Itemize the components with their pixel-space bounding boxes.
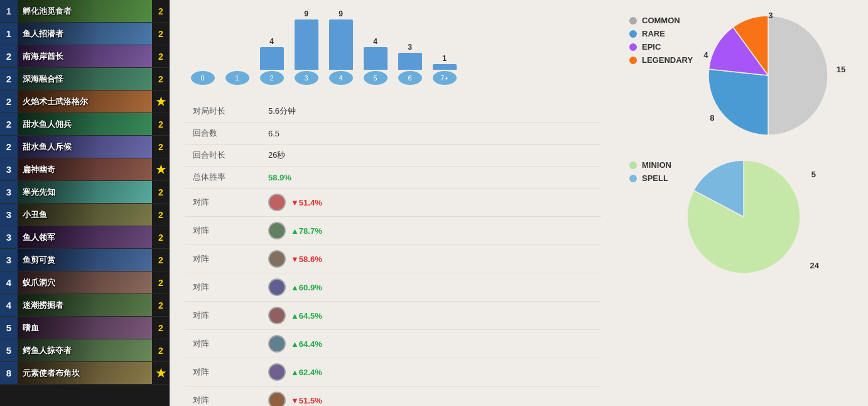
card-name: 迷潮捞掘者 xyxy=(23,300,63,311)
stat-row: 对阵▲64.4% xyxy=(185,330,601,358)
bar-label: 6 xyxy=(398,71,422,85)
card-item-7[interactable]: 3扁神幽奇★ xyxy=(0,158,170,181)
card-name: 蚁爪洞穴 xyxy=(23,277,55,288)
middle-panel: 01429394453617+ 对局时长5.6分钟回合数6.5回合时长26秒总体… xyxy=(170,0,617,406)
bar-rect xyxy=(295,19,318,70)
stat-value: ▲64.5% xyxy=(261,302,601,329)
card-name: 甜水鱼人斥候 xyxy=(23,141,72,153)
stat-value-text: 26秒 xyxy=(268,150,285,160)
card-image-bg: 火焰术士武洛格尔 xyxy=(18,91,152,113)
stat-value: ▼58.6% xyxy=(261,245,601,273)
legend-item: RARE xyxy=(629,29,693,38)
rarity-pie-svg xyxy=(702,9,834,141)
card-cost: 3 xyxy=(0,204,18,226)
bar-group: 42 xyxy=(254,37,289,85)
bar-label: 3 xyxy=(295,71,318,85)
stat-value-text: 6.5 xyxy=(268,129,279,138)
opponent-icon xyxy=(268,335,286,353)
card-name: 嗜血 xyxy=(23,322,39,334)
bar-group: 36 xyxy=(393,43,427,85)
card-item-15[interactable]: 5鳄鱼人掠夺者2 xyxy=(0,339,170,362)
legend-dot xyxy=(629,30,637,38)
stat-label: 回合数 xyxy=(185,123,261,145)
card-count: 2 xyxy=(152,317,170,339)
type-label-24: 24 xyxy=(810,261,818,270)
card-image-bg: 蚁爪洞穴 xyxy=(18,272,152,294)
matchup-winrate: ▲78.7% xyxy=(291,226,322,236)
legend-item: MINION xyxy=(629,160,671,170)
stat-label: 对阵 xyxy=(185,387,261,407)
stat-label: 对阵 xyxy=(185,330,261,358)
stat-value: 5.6分钟 xyxy=(261,101,601,123)
bar-label: 2 xyxy=(260,71,284,85)
matchup-winrate: ▼51.5% xyxy=(291,396,322,405)
stat-row: 回合数6.5 xyxy=(185,123,601,145)
stat-value: ▲64.4% xyxy=(261,330,601,358)
card-image-bg: 鳄鱼人掠夺者 xyxy=(18,339,152,362)
card-cost: 3 xyxy=(0,226,18,249)
bar-rect xyxy=(364,47,388,70)
card-name: 鱼剪可赏 xyxy=(23,255,55,266)
legend-item: SPELL xyxy=(629,173,671,183)
card-cost: 2 xyxy=(0,113,18,136)
card-item-5[interactable]: 2甜水鱼人佣兵2 xyxy=(0,113,170,136)
card-item-12[interactable]: 4蚁爪洞穴2 xyxy=(0,272,170,294)
card-name: 孵化池觅食者 xyxy=(23,6,72,17)
bar-rect xyxy=(433,64,457,70)
stat-label: 总体胜率 xyxy=(185,167,261,189)
card-item-2[interactable]: 2南海岸酋长2 xyxy=(0,45,170,68)
type-label-5: 5 xyxy=(811,170,816,179)
card-item-3[interactable]: 2深海融合怪2 xyxy=(0,68,170,91)
type-chart-section: MINIONSPELL 24 5 xyxy=(629,154,855,280)
card-name: 元素使者布角坎 xyxy=(23,368,80,379)
matchup-winrate: ▲62.4% xyxy=(291,368,322,377)
rarity-chart-section: COMMONRAREEPICLEGENDARY 15 8 4 3 xyxy=(629,9,855,141)
type-pie: 24 5 xyxy=(681,154,825,280)
card-item-13[interactable]: 4迷潮捞掘者2 xyxy=(0,294,170,317)
stat-label: 对阵 xyxy=(185,217,261,245)
card-image-bg: 甜水鱼人斥候 xyxy=(18,136,152,158)
rarity-label-15: 15 xyxy=(837,65,845,74)
card-item-16[interactable]: 8元素使者布角坎★ xyxy=(0,362,170,385)
card-image-bg: 迷潮捞掘者 xyxy=(18,294,152,317)
bar-label: 1 xyxy=(225,71,249,85)
card-image-bg: 鱼人领军 xyxy=(18,226,152,249)
stats-table: 对局时长5.6分钟回合数6.5回合时长26秒总体胜率58.9%对阵▼51.4%对… xyxy=(185,101,601,406)
card-image-bg: 深海融合怪 xyxy=(18,68,152,91)
stat-label: 对局时长 xyxy=(185,101,261,123)
card-item-1[interactable]: 1鱼人招潜者2 xyxy=(0,23,170,45)
legend-label: SPELL xyxy=(642,173,668,183)
matchup-winrate: ▲64.5% xyxy=(291,311,322,321)
card-item-0[interactable]: 1孵化池觅食者2 xyxy=(0,0,170,23)
card-item-10[interactable]: 3鱼人领军2 xyxy=(0,226,170,249)
bar-label: 0 xyxy=(191,71,215,85)
card-item-8[interactable]: 3寒光先知2 xyxy=(0,181,170,204)
bar-rect xyxy=(260,47,284,70)
card-cost: 8 xyxy=(0,362,18,385)
opponent-icon xyxy=(268,363,286,381)
card-cost: 5 xyxy=(0,317,18,339)
card-count: ★ xyxy=(152,158,170,181)
card-item-14[interactable]: 5嗜血2 xyxy=(0,317,170,339)
card-image-bg: 嗜血 xyxy=(18,317,152,339)
stat-row: 对局时长5.6分钟 xyxy=(185,101,601,123)
bar-value: 4 xyxy=(269,37,274,46)
card-item-4[interactable]: 2火焰术士武洛格尔★ xyxy=(0,91,170,113)
bar-group: 17+ xyxy=(427,54,462,85)
card-item-11[interactable]: 3鱼剪可赏2 xyxy=(0,249,170,272)
card-name: 甜水鱼人佣兵 xyxy=(23,119,72,130)
stat-row: 对阵▼51.5% xyxy=(185,387,601,407)
card-image-bg: 甜水鱼人佣兵 xyxy=(18,113,152,136)
card-name: 寒光先知 xyxy=(23,187,55,198)
card-image-bg: 元素使者布角坎 xyxy=(18,362,152,385)
card-name: 小丑鱼 xyxy=(23,209,47,221)
card-item-9[interactable]: 3小丑鱼2 xyxy=(0,204,170,226)
card-image-bg: 孵化池觅食者 xyxy=(18,0,152,23)
stat-label: 对阵 xyxy=(185,273,261,302)
pie-slice xyxy=(708,69,768,135)
legend-dot xyxy=(629,57,637,64)
card-item-6[interactable]: 2甜水鱼人斥候2 xyxy=(0,136,170,158)
card-count: 2 xyxy=(152,68,170,91)
legend-item: EPIC xyxy=(629,42,693,52)
opponent-icon xyxy=(268,250,286,268)
